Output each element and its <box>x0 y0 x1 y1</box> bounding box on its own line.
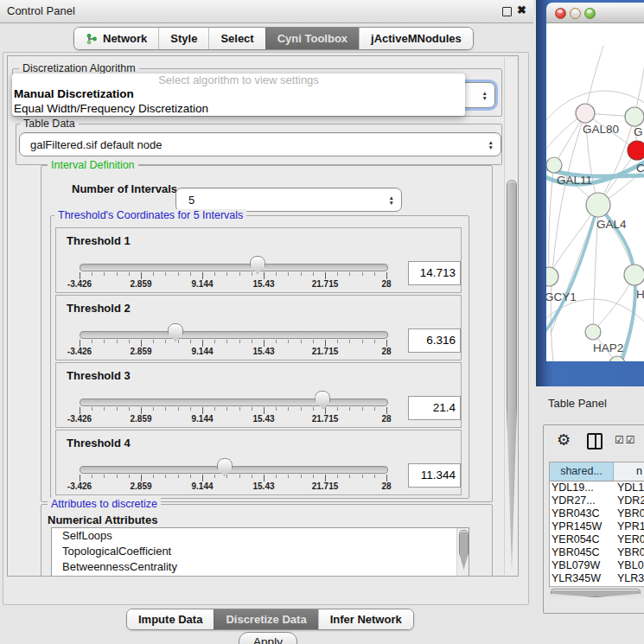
network-graph[interactable]: GAL80 G C GAL11 GAL4 GCY1 H HAP2 <box>546 23 644 361</box>
app-window: Control Panel ✖ Network Style Select Cyn… <box>0 0 644 644</box>
tab-infer-network[interactable]: Infer Network <box>318 609 413 629</box>
cell-shared-name: YLR345W <box>550 572 615 585</box>
slider-track[interactable] <box>80 399 388 406</box>
table-data-combo-value: galFiltered.sif default node <box>30 133 162 156</box>
table-data-combo[interactable]: galFiltered.sif default node ▲▼ <box>19 132 501 156</box>
close-traffic-light[interactable] <box>555 8 566 19</box>
node-labels: GAL80 G C GAL11 GAL4 GCY1 H HAP2 <box>546 123 644 354</box>
network-desktop: GAL80 G C GAL11 GAL4 GCY1 H HAP2 <box>536 0 644 386</box>
cell-name: YBL0 <box>615 559 644 572</box>
list-scrollbar[interactable] <box>456 528 469 576</box>
tick-label: -3.426 <box>67 347 92 356</box>
control-panel-titlebar: Control Panel ✖ <box>0 0 533 23</box>
table-row[interactable]: YDL19...YDL1 <box>550 481 644 494</box>
node-gal4[interactable] <box>586 193 610 217</box>
tick-label: 28 <box>381 414 391 424</box>
tab-discretize-data[interactable]: Discretize Data <box>214 609 317 629</box>
combo-stepper-icon: ▲▼ <box>488 140 494 150</box>
list-scrollbar-thumb[interactable] <box>459 530 469 570</box>
threshold-slider[interactable]: -3.4262.8599.14415.4321.71528 <box>56 296 461 360</box>
float-window-icon[interactable] <box>502 7 512 16</box>
node-right-mid[interactable] <box>624 265 644 285</box>
thresholds-group-label: Threshold's Coordinates for 5 Intervals <box>54 209 246 221</box>
node-right-top[interactable] <box>625 107 644 126</box>
network-icon <box>86 33 98 45</box>
interval-definition-label: Interval Definition <box>48 159 138 171</box>
tick-label: 21.715 <box>312 279 339 289</box>
apply-button[interactable]: Apply <box>239 632 297 644</box>
cell-name: YER0 <box>615 533 644 546</box>
tab-style[interactable]: Style <box>158 28 208 49</box>
table-hscrollbar-thumb[interactable] <box>551 589 641 597</box>
table-row[interactable]: YBR045CYBR0 <box>550 546 644 559</box>
table-panel-title: Table Panel <box>548 397 607 410</box>
threshold-row: Threshold 1 -3.4262.8599.14415.4321.7152… <box>55 227 462 293</box>
tab-select[interactable]: Select <box>208 28 265 49</box>
tick-label: 21.715 <box>312 481 339 491</box>
node-gal11[interactable] <box>546 157 562 173</box>
column-header-name[interactable]: n <box>614 462 644 481</box>
table-toolbar: ⚙ ☑☑ <box>544 425 644 458</box>
node-gcy1[interactable] <box>546 267 558 286</box>
threshold-value-box[interactable]: 14.713 <box>408 261 461 285</box>
threshold-value-box[interactable]: 11.344 <box>408 463 461 488</box>
threshold-slider[interactable]: -3.4262.8599.14415.4321.71528 <box>56 228 461 292</box>
column-header-shared-name[interactable]: shared... <box>550 462 614 481</box>
threshold-value-box[interactable]: 21.4 <box>408 396 461 420</box>
table-row[interactable]: YBR043CYBR0 <box>550 507 644 520</box>
table-row[interactable]: YPR145WYPR1 <box>550 520 644 533</box>
cell-shared-name: YER054C <box>550 533 615 546</box>
threshold-slider[interactable]: -3.4262.8599.14415.4321.71528 <box>56 430 461 494</box>
tab-impute-data[interactable]: Impute Data <box>127 609 214 629</box>
node-red-selected[interactable] <box>628 141 644 160</box>
attribute-list-item[interactable]: TopologicalCoefficient <box>52 544 469 559</box>
table-header-row: shared... n <box>550 462 644 481</box>
minimize-traffic-light[interactable] <box>570 8 581 19</box>
cell-shared-name: YBR043C <box>550 507 615 520</box>
panel-scrollbar[interactable] <box>504 57 517 575</box>
network-window-titlebar[interactable] <box>546 3 644 23</box>
table-row[interactable]: YBL079WYBL0 <box>550 559 644 572</box>
tab-cyni-toolbox[interactable]: Cyni Toolbox <box>265 28 359 49</box>
slider-track[interactable] <box>80 264 388 271</box>
node-table: shared... n YDL19...YDL1YDR27...YDR2YBR0… <box>549 462 644 588</box>
table-row[interactable]: YER054CYER0 <box>550 533 644 546</box>
threshold-row: Threshold 4 -3.4262.8599.14415.4321.7152… <box>55 430 462 495</box>
close-icon[interactable]: ✖ <box>517 3 526 16</box>
table-hscrollbar[interactable] <box>549 586 644 597</box>
tick-label: 15.43 <box>252 481 274 491</box>
zoom-traffic-light[interactable] <box>584 8 596 19</box>
label-hap2: HAP2 <box>593 341 623 354</box>
tab-network[interactable]: Network <box>74 28 158 49</box>
tick-label: -3.426 <box>67 414 92 424</box>
dropdown-option-manual[interactable]: Manual Discretization <box>12 86 465 101</box>
cell-name: YLR3 <box>615 572 644 585</box>
tab-network-label: Network <box>103 28 147 49</box>
threshold-slider[interactable]: -3.4262.8599.14415.4321.71528 <box>56 363 461 427</box>
table-row[interactable]: YDR27...YDR2 <box>550 494 644 507</box>
node-hap2[interactable] <box>585 324 601 340</box>
threshold-value-box[interactable]: 6.316 <box>408 328 461 353</box>
tick-label: 15.43 <box>252 414 274 424</box>
slider-track[interactable] <box>80 466 388 474</box>
table-row[interactable]: YLR345WYLR3 <box>550 572 644 585</box>
tick-label: 21.715 <box>312 414 339 424</box>
panel-scrollbar-thumb[interactable] <box>507 180 517 571</box>
node-gal80[interactable] <box>576 104 595 123</box>
slider-track[interactable] <box>80 331 388 339</box>
attribute-list-item[interactable]: SelfLoops <box>52 528 469 544</box>
gear-icon[interactable]: ⚙ <box>557 432 571 448</box>
slider-tick-labels: -3.4262.8599.14415.4321.71528 <box>56 414 461 424</box>
network-view-canvas[interactable]: GAL80 G C GAL11 GAL4 GCY1 H HAP2 <box>546 23 644 361</box>
attribute-list-item[interactable]: BetweennessCentrality <box>52 559 469 575</box>
select-columns-icon[interactable]: ☑☑ <box>615 434 637 446</box>
tab-jactivemnodules[interactable]: jActiveMNodules <box>359 28 473 49</box>
tick-label: 2.859 <box>130 347 151 356</box>
numerical-attributes-list[interactable]: SelfLoopsTopologicalCoefficientBetweenne… <box>51 527 469 577</box>
dropdown-option-equal-width[interactable]: Equal Width/Frequency Discretization <box>12 101 465 116</box>
columns-icon[interactable] <box>587 433 603 450</box>
cell-name: YBR0 <box>615 546 644 559</box>
number-of-intervals-combo[interactable]: 5 ▲▼ <box>175 188 402 212</box>
label-right-top: G <box>634 125 643 138</box>
label-gal80: GAL80 <box>583 123 619 136</box>
